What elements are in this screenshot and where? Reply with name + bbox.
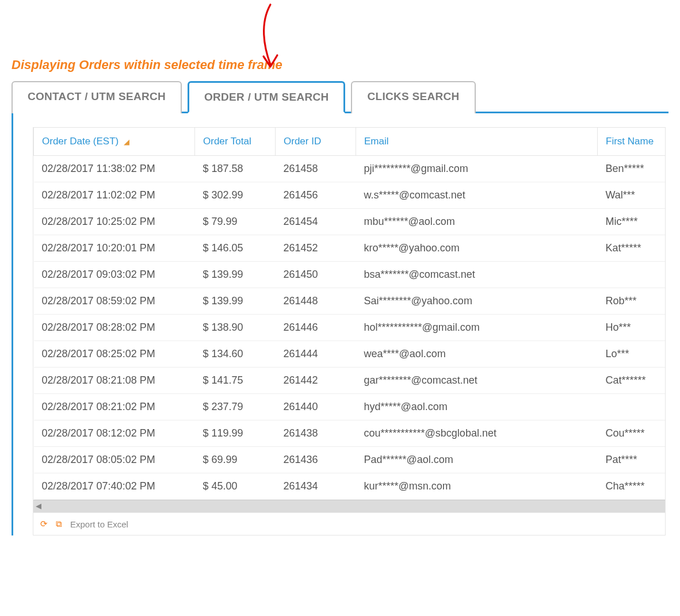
table-row[interactable]: 02/28/2017 11:02:02 PM$ 302.99261456w.s*… xyxy=(34,182,666,209)
cell-order-total: $ 119.99 xyxy=(195,420,276,447)
cell-order-id: 261452 xyxy=(276,235,356,262)
table-row[interactable]: 02/28/2017 11:38:02 PM$ 187.58261458pji*… xyxy=(34,156,666,182)
cell-email: kur*****@msn.com xyxy=(356,473,598,500)
table-row[interactable]: 02/28/2017 08:21:08 PM$ 141.75261442gar*… xyxy=(34,368,666,394)
export-icon[interactable]: ⧉ xyxy=(56,519,62,529)
cell-order-total: $ 187.58 xyxy=(195,156,276,182)
cell-order-id: 261454 xyxy=(276,209,356,235)
table-row[interactable]: 02/28/2017 08:25:02 PM$ 134.60261444wea*… xyxy=(34,341,666,368)
cell-email: bsa*******@comcast.net xyxy=(356,262,598,288)
col-header-email[interactable]: Email xyxy=(356,128,598,156)
cell-order-date: 02/28/2017 08:28:02 PM xyxy=(34,315,195,341)
cell-email: cou***********@sbcglobal.net xyxy=(356,420,598,447)
cell-first-name xyxy=(598,262,666,288)
cell-order-total: $ 139.99 xyxy=(195,262,276,288)
table-row[interactable]: 02/28/2017 08:12:02 PM$ 119.99261438cou*… xyxy=(34,420,666,447)
cell-first-name: Ho*** xyxy=(598,315,666,341)
table-row[interactable]: 02/28/2017 08:05:02 PM$ 69.99261436Pad**… xyxy=(34,447,666,473)
tabs: CONTACT / UTM SEARCH ORDER / UTM SEARCH … xyxy=(12,79,668,113)
cell-order-total: $ 139.99 xyxy=(195,288,276,315)
cell-first-name: Wal*** xyxy=(598,182,666,209)
cell-email: Sai********@yahoo.com xyxy=(356,288,598,315)
grid-footer: ⟳ ⧉ Export to Excel xyxy=(33,512,665,535)
cell-order-id: 261442 xyxy=(276,368,356,394)
cell-order-id: 261438 xyxy=(276,420,356,447)
table-row[interactable]: 02/28/2017 09:03:02 PM$ 139.99261450bsa*… xyxy=(34,262,666,288)
cell-order-id: 261458 xyxy=(276,156,356,182)
cell-order-id: 261444 xyxy=(276,341,356,368)
cell-order-id: 261436 xyxy=(276,447,356,473)
cell-first-name: Cha***** xyxy=(598,473,666,500)
col-header-order-date[interactable]: Order Date (EST) ◢ xyxy=(34,128,195,156)
tab-contact-utm-search[interactable]: CONTACT / UTM SEARCH xyxy=(12,81,182,113)
cell-email: gar********@comcast.net xyxy=(356,368,598,394)
tab-clicks-search[interactable]: CLICKS SEARCH xyxy=(351,81,475,113)
cell-order-id: 261448 xyxy=(276,288,356,315)
tab-panel: Order Date (EST) ◢ Order Total Order ID … xyxy=(12,113,668,535)
cell-order-total: $ 45.00 xyxy=(195,473,276,500)
table-row[interactable]: 02/28/2017 08:28:02 PM$ 138.90261446hol*… xyxy=(34,315,666,341)
cell-order-date: 02/28/2017 10:20:01 PM xyxy=(34,235,195,262)
cell-first-name: Mic**** xyxy=(598,209,666,235)
cell-email: mbu******@aol.com xyxy=(356,209,598,235)
cell-first-name xyxy=(598,394,666,420)
cell-first-name: Cat****** xyxy=(598,368,666,394)
cell-order-id: 261440 xyxy=(276,394,356,420)
cell-first-name: Lo*** xyxy=(598,341,666,368)
cell-order-total: $ 141.75 xyxy=(195,368,276,394)
cell-email: wea****@aol.com xyxy=(356,341,598,368)
col-header-first-name[interactable]: First Name xyxy=(598,128,666,156)
cell-order-total: $ 237.79 xyxy=(195,394,276,420)
cell-email: w.s*****@comcast.net xyxy=(356,182,598,209)
cell-order-date: 02/28/2017 08:21:02 PM xyxy=(34,394,195,420)
export-to-excel-link[interactable]: Export to Excel xyxy=(70,519,128,529)
col-header-order-total[interactable]: Order Total xyxy=(195,128,276,156)
cell-order-total: $ 79.99 xyxy=(195,209,276,235)
cell-order-date: 02/28/2017 08:12:02 PM xyxy=(34,420,195,447)
cell-first-name: Pat**** xyxy=(598,447,666,473)
cell-email: Pad******@aol.com xyxy=(356,447,598,473)
table-row[interactable]: 02/28/2017 08:21:02 PM$ 237.79261440hyd*… xyxy=(34,394,666,420)
cell-first-name: Ben***** xyxy=(598,156,666,182)
table-row[interactable]: 02/28/2017 08:59:02 PM$ 139.99261448Sai*… xyxy=(34,288,666,315)
cell-email: kro*****@yahoo.com xyxy=(356,235,598,262)
orders-grid: Order Date (EST) ◢ Order Total Order ID … xyxy=(33,127,666,535)
cell-order-date: 02/28/2017 10:25:02 PM xyxy=(34,209,195,235)
cell-order-date: 02/28/2017 08:21:08 PM xyxy=(34,368,195,394)
cell-order-total: $ 302.99 xyxy=(195,182,276,209)
cell-order-date: 02/28/2017 08:25:02 PM xyxy=(34,341,195,368)
cell-order-date: 02/28/2017 11:02:02 PM xyxy=(34,182,195,209)
scroll-left-arrow-icon[interactable]: ◀ xyxy=(36,502,41,510)
cell-order-date: 02/28/2017 11:38:02 PM xyxy=(34,156,195,182)
cell-order-date: 02/28/2017 07:40:02 PM xyxy=(34,473,195,500)
cell-order-id: 261450 xyxy=(276,262,356,288)
cell-order-date: 02/28/2017 09:03:02 PM xyxy=(34,262,195,288)
col-header-order-id[interactable]: Order ID xyxy=(276,128,356,156)
cell-order-total: $ 146.05 xyxy=(195,235,276,262)
horizontal-scrollbar[interactable]: ◀ xyxy=(33,500,665,512)
page-title: Displaying Orders within selected time f… xyxy=(12,58,668,72)
cell-email: pji*********@gmail.com xyxy=(356,156,598,182)
sort-desc-icon: ◢ xyxy=(124,137,129,146)
cell-first-name: Cou***** xyxy=(598,420,666,447)
cell-order-total: $ 138.90 xyxy=(195,315,276,341)
table-row[interactable]: 02/28/2017 10:20:01 PM$ 146.05261452kro*… xyxy=(34,235,666,262)
cell-order-id: 261456 xyxy=(276,182,356,209)
cell-order-total: $ 134.60 xyxy=(195,341,276,368)
cell-email: hol***********@gmail.com xyxy=(356,315,598,341)
cell-order-date: 02/28/2017 08:05:02 PM xyxy=(34,447,195,473)
table-row[interactable]: 02/28/2017 10:25:02 PM$ 79.99261454mbu**… xyxy=(34,209,666,235)
cell-order-id: 261446 xyxy=(276,315,356,341)
tab-order-utm-search[interactable]: ORDER / UTM SEARCH xyxy=(188,81,346,113)
cell-order-id: 261434 xyxy=(276,473,356,500)
refresh-icon[interactable]: ⟳ xyxy=(40,519,48,529)
table-row[interactable]: 02/28/2017 07:40:02 PM$ 45.00261434kur**… xyxy=(34,473,666,500)
cell-email: hyd*****@aol.com xyxy=(356,394,598,420)
cell-first-name: Rob*** xyxy=(598,288,666,315)
cell-order-total: $ 69.99 xyxy=(195,447,276,473)
cell-first-name: Kat***** xyxy=(598,235,666,262)
cell-order-date: 02/28/2017 08:59:02 PM xyxy=(34,288,195,315)
col-header-label: Order Date (EST) xyxy=(42,136,119,147)
